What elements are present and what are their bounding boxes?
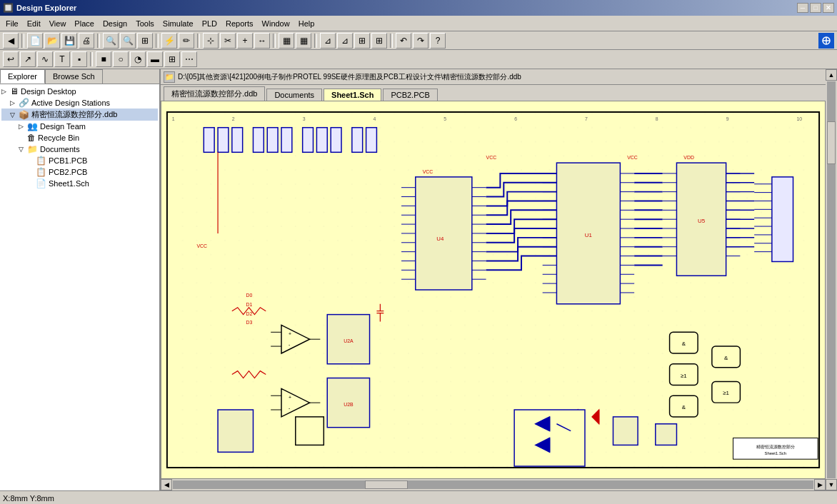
- help-btn[interactable]: ?: [430, 33, 446, 49]
- zoom-in-btn[interactable]: 🔍: [103, 33, 119, 49]
- t2-10[interactable]: ⊞: [164, 51, 180, 67]
- tool7[interactable]: ▦: [279, 33, 294, 49]
- menu-window[interactable]: Window: [258, 18, 294, 29]
- scroll-left-btn[interactable]: ◀: [161, 479, 172, 490]
- t2-8[interactable]: ◔: [130, 51, 146, 67]
- main-layout: Explorer Browse Sch ▷ 🖥 Design Desktop ▷…: [0, 69, 837, 490]
- tree-design-team[interactable]: ▷ 👥 Design Team: [1, 121, 158, 132]
- t2-7[interactable]: ○: [113, 51, 129, 67]
- schematic-area[interactable]: U4: [161, 101, 826, 479]
- print-btn[interactable]: 🖨: [79, 33, 94, 49]
- title-bar-right[interactable]: ─ □ ✕: [797, 3, 834, 13]
- svg-text:VDD: VDD: [683, 155, 694, 160]
- t2-9[interactable]: ▬: [147, 51, 163, 67]
- tab-browse-sch[interactable]: Browse Sch: [45, 69, 103, 84]
- tree-documents[interactable]: ▽ 📁 Documents: [1, 143, 158, 155]
- recycle-label: Recycle Bin: [38, 133, 79, 142]
- v-scroll-track[interactable]: [827, 81, 836, 478]
- doc-tab-ddb[interactable]: 精密恒流源数控部分.ddb: [164, 86, 265, 101]
- tool1[interactable]: ⚡: [161, 33, 177, 49]
- tab-explorer[interactable]: Explorer: [0, 69, 45, 84]
- t2-3[interactable]: ∿: [37, 51, 53, 67]
- scroll-down-btn[interactable]: ▼: [826, 479, 837, 490]
- svg-text:VCC: VCC: [627, 155, 638, 160]
- h-scroll-thumb[interactable]: [365, 480, 408, 489]
- doc-tab-documents[interactable]: Documents: [266, 89, 322, 101]
- t2-11[interactable]: ⋯: [181, 51, 197, 67]
- tree-pcb1[interactable]: 📋 PCB1.PCB: [1, 155, 158, 166]
- tool13[interactable]: ↶: [396, 33, 411, 49]
- doc-tab-pcb2[interactable]: PCB2.PCB: [383, 89, 437, 101]
- save-btn[interactable]: 💾: [61, 33, 77, 49]
- menu-reports[interactable]: Reports: [221, 18, 258, 29]
- menu-pld[interactable]: PLD: [198, 18, 221, 29]
- svg-text:U2A: U2A: [344, 338, 354, 343]
- path-icon: 📁: [164, 71, 175, 83]
- h-scrollbar: ◀ ▶: [161, 479, 826, 490]
- menu-file[interactable]: File: [1, 18, 23, 29]
- doc-tab-sheet1[interactable]: Sheet1.Sch: [324, 89, 381, 101]
- menu-place[interactable]: Place: [70, 18, 99, 29]
- svg-text:&: &: [682, 404, 686, 410]
- tool11[interactable]: ⊞: [354, 33, 370, 49]
- maximize-button[interactable]: □: [810, 3, 821, 13]
- tool12[interactable]: ⊞: [371, 33, 387, 49]
- sheet1-icon: 📄: [36, 178, 46, 188]
- menu-bar: File Edit View Place Design Tools Simula…: [0, 16, 837, 31]
- menu-simulate[interactable]: Simulate: [159, 18, 198, 29]
- project-icon: 📦: [19, 110, 29, 120]
- tree-recycle-bin[interactable]: 🗑 Recycle Bin: [1, 132, 158, 143]
- tool3[interactable]: ⊹: [203, 33, 219, 49]
- tool14[interactable]: ↷: [413, 33, 428, 49]
- zoom-full-btn[interactable]: ⊞: [137, 33, 153, 49]
- close-button[interactable]: ✕: [823, 3, 834, 13]
- scroll-up-btn[interactable]: ▲: [826, 69, 837, 81]
- t2-2[interactable]: ↗: [20, 51, 36, 67]
- t2-4[interactable]: T: [54, 51, 70, 67]
- v-scroll-thumb[interactable]: [827, 121, 836, 164]
- menu-help[interactable]: Help: [294, 18, 319, 29]
- svg-rect-7: [204, 128, 214, 153]
- svg-text:3: 3: [303, 116, 306, 121]
- left-panel: Explorer Browse Sch ▷ 🖥 Design Desktop ▷…: [0, 69, 161, 490]
- new-btn[interactable]: 📄: [27, 33, 43, 49]
- t2-5[interactable]: ▪: [71, 51, 87, 67]
- sep2: [97, 34, 100, 48]
- blue-corner-btn[interactable]: [818, 33, 834, 49]
- svg-text:&: &: [724, 355, 728, 361]
- tool5[interactable]: +: [237, 33, 253, 49]
- menu-view[interactable]: View: [45, 18, 71, 29]
- tree-active-stations[interactable]: ▷ 🔗 Active Design Stations: [1, 97, 158, 109]
- minimize-button[interactable]: ─: [797, 3, 808, 13]
- svg-rect-6: [161, 106, 825, 473]
- title-text: Design Explorer: [16, 4, 76, 12]
- svg-text:U5: U5: [698, 218, 706, 224]
- svg-text:D3: D3: [246, 320, 253, 325]
- tool2[interactable]: ✏: [179, 33, 194, 49]
- h-scroll-track[interactable]: [173, 480, 813, 489]
- tree-design-desktop[interactable]: ▷ 🖥 Design Desktop: [1, 86, 158, 97]
- tree-pcb2[interactable]: 📋 PCB2.PCB: [1, 166, 158, 178]
- svg-text:+: +: [289, 331, 291, 336]
- tool9[interactable]: ⊿: [320, 33, 336, 49]
- menu-tools[interactable]: Tools: [131, 18, 159, 29]
- scroll-right-btn[interactable]: ▶: [814, 479, 826, 490]
- tool10[interactable]: ⊿: [337, 33, 353, 49]
- v-scrollbar: ▲ ▼: [826, 69, 837, 490]
- t2-6[interactable]: ■: [96, 51, 111, 67]
- open-btn[interactable]: 📂: [44, 33, 60, 49]
- tool4[interactable]: ✂: [220, 33, 236, 49]
- schematic-svg: U4: [161, 101, 825, 478]
- sep6: [314, 34, 317, 48]
- t2-1[interactable]: ↩: [3, 51, 19, 67]
- tree-project-file[interactable]: ▽ 📦 精密恒流源数控部分.ddb: [1, 109, 158, 121]
- tool8[interactable]: ▦: [296, 33, 311, 49]
- back-btn[interactable]: ◀: [3, 33, 19, 49]
- menu-edit[interactable]: Edit: [23, 18, 45, 29]
- tool6[interactable]: ↔: [254, 33, 270, 49]
- svg-rect-173: [218, 410, 253, 452]
- menu-design[interactable]: Design: [99, 18, 131, 29]
- tree-sheet1[interactable]: 📄 Sheet1.Sch: [1, 178, 158, 189]
- pcb2-label: PCB2.PCB: [49, 168, 87, 176]
- zoom-out-btn[interactable]: 🔍: [120, 33, 136, 49]
